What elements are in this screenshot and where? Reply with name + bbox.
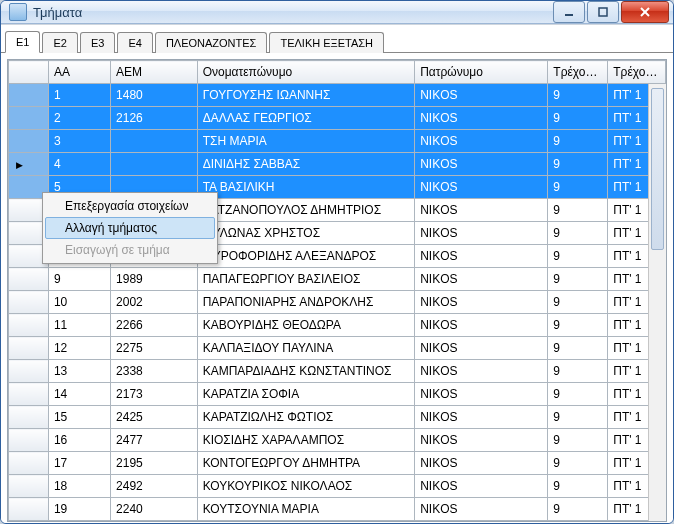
cell-name[interactable]: ΠΑΠΑΓΕΩΡΓΙΟΥ ΒΑΣΙΛΕΙΟΣ bbox=[197, 268, 415, 291]
cell-sem[interactable]: 9 bbox=[548, 475, 608, 498]
cell-sem[interactable]: 9 bbox=[548, 176, 608, 199]
cell-name[interactable]: ΚΑΒΟΥΡΙΔΗΣ ΘΕΟΔΩΡΑ bbox=[197, 314, 415, 337]
cell-patr[interactable]: NIKOS bbox=[415, 337, 548, 360]
row-header[interactable] bbox=[9, 498, 49, 521]
cell-patr[interactable]: NIKOS bbox=[415, 153, 548, 176]
row-header[interactable] bbox=[9, 406, 49, 429]
cell-patr[interactable]: NIKOS bbox=[415, 314, 548, 337]
cell-aa[interactable]: 12 bbox=[48, 337, 110, 360]
cell-patr[interactable]: NIKOS bbox=[415, 176, 548, 199]
cell-patr[interactable]: NIKOS bbox=[415, 291, 548, 314]
table-row[interactable]: 142173ΚΑΡΑΤΖΙΑ ΣΟΦΙΑNIKOS9ΠΤ' 1 bbox=[9, 383, 666, 406]
cell-aem[interactable]: 2240 bbox=[111, 498, 198, 521]
row-header-column[interactable] bbox=[9, 61, 49, 84]
cell-aa[interactable]: 10 bbox=[48, 291, 110, 314]
cell-sem[interactable]: 9 bbox=[548, 245, 608, 268]
cell-aem[interactable]: 2173 bbox=[111, 383, 198, 406]
row-header[interactable] bbox=[9, 452, 49, 475]
cell-name[interactable]: ΤΑ ΒΑΣΙΛΙΚΗ bbox=[197, 176, 415, 199]
row-header[interactable] bbox=[9, 84, 49, 107]
cell-name[interactable]: ΠΑΡΑΠΟΝΙΑΡΗΣ ΑΝΔΡΟΚΛΗΣ bbox=[197, 291, 415, 314]
cell-aem[interactable]: 2126 bbox=[111, 107, 198, 130]
cell-sem[interactable]: 9 bbox=[548, 360, 608, 383]
cell-name[interactable]: ΚΟΥΤΣΟΥΝΙΑ ΜΑΡΙΑ bbox=[197, 498, 415, 521]
cell-aa[interactable]: 15 bbox=[48, 406, 110, 429]
cell-patr[interactable]: NIKOS bbox=[415, 84, 548, 107]
cell-sem[interactable]: 9 bbox=[548, 452, 608, 475]
cell-aa[interactable]: 19 bbox=[48, 498, 110, 521]
cell-name[interactable]: ΜΥΡΟΦΟΡΙΔΗΣ ΑΛΕΞΑΝΔΡΟΣ bbox=[197, 245, 415, 268]
cell-aem[interactable]: 1989 bbox=[111, 268, 198, 291]
col-aa[interactable]: ΑΑ bbox=[48, 61, 110, 84]
cell-aa[interactable]: 2 bbox=[48, 107, 110, 130]
row-header[interactable] bbox=[9, 429, 49, 452]
table-row[interactable]: 152425ΚΑΡΑΤΖΙΩΛΗΣ ΦΩΤΙΟΣNIKOS9ΠΤ' 1 bbox=[9, 406, 666, 429]
cell-aa[interactable]: 14 bbox=[48, 383, 110, 406]
cell-name[interactable]: ΚΑΡΑΤΖΙΩΛΗΣ ΦΩΤΙΟΣ bbox=[197, 406, 415, 429]
table-row[interactable]: 122275ΚΑΛΠΑΞΙΔΟΥ ΠΑΥΛΙΝΑNIKOS9ΠΤ' 1 bbox=[9, 337, 666, 360]
col-semester[interactable]: Τρέχον εξάμηνο bbox=[548, 61, 608, 84]
cell-patr[interactable]: NIKOS bbox=[415, 222, 548, 245]
cell-name[interactable]: ΔΑΛΛΑΣ ΓΕΩΡΓΙΟΣ bbox=[197, 107, 415, 130]
table-row[interactable]: 102002ΠΑΡΑΠΟΝΙΑΡΗΣ ΑΝΔΡΟΚΛΗΣNIKOS9ΠΤ' 1 bbox=[9, 291, 666, 314]
cell-patr[interactable]: NIKOS bbox=[415, 268, 548, 291]
col-semester-label[interactable]: Τρέχον εξάμηνο bbox=[608, 61, 666, 84]
table-row[interactable]: 192240ΚΟΥΤΣΟΥΝΙΑ ΜΑΡΙΑNIKOS9ΠΤ' 1 bbox=[9, 498, 666, 521]
cell-aem[interactable]: 2275 bbox=[111, 337, 198, 360]
cell-sem[interactable]: 9 bbox=[548, 268, 608, 291]
data-grid[interactable]: ΑΑ ΑΕΜ Ονοματεπώνυμο Πατρώνυμο Τρέχον εξ… bbox=[7, 59, 667, 522]
cell-patr[interactable]: NIKOS bbox=[415, 429, 548, 452]
cell-sem[interactable]: 9 bbox=[548, 153, 608, 176]
row-header[interactable] bbox=[9, 337, 49, 360]
cell-patr[interactable]: NIKOS bbox=[415, 245, 548, 268]
scrollbar-thumb[interactable] bbox=[651, 88, 664, 250]
cell-sem[interactable]: 9 bbox=[548, 199, 608, 222]
cell-sem[interactable]: 9 bbox=[548, 406, 608, 429]
row-header[interactable] bbox=[9, 383, 49, 406]
cell-aa[interactable]: 16 bbox=[48, 429, 110, 452]
tab-Ε1[interactable]: Ε1 bbox=[5, 31, 40, 53]
cell-name[interactable]: ΔΙΝΙΔΗΣ ΣΑΒΒΑΣ bbox=[197, 153, 415, 176]
cell-aa[interactable]: 1 bbox=[48, 84, 110, 107]
cell-patr[interactable]: NIKOS bbox=[415, 107, 548, 130]
row-header[interactable] bbox=[9, 360, 49, 383]
menu-item[interactable]: Επεξεργασία στοιχείων bbox=[45, 195, 215, 217]
table-row[interactable]: 162477ΚΙΟΣΙΔΗΣ ΧΑΡΑΛΑΜΠΟΣNIKOS9ΠΤ' 1 bbox=[9, 429, 666, 452]
table-row[interactable]: 132338ΚΑΜΠΑΡΔΙΑΔΗΣ ΚΩΝΣΤΑΝΤΙΝΟΣNIKOS9ΠΤ'… bbox=[9, 360, 666, 383]
cell-aa[interactable]: 4 bbox=[48, 153, 110, 176]
cell-aa[interactable]: 18 bbox=[48, 475, 110, 498]
cell-patr[interactable]: NIKOS bbox=[415, 452, 548, 475]
cell-aem[interactable] bbox=[111, 130, 198, 153]
table-row[interactable]: 91989ΠΑΠΑΓΕΩΡΓΙΟΥ ΒΑΣΙΛΕΙΟΣNIKOS9ΠΤ' 1 bbox=[9, 268, 666, 291]
cell-name[interactable]: ΤΣΗ ΜΑΡΙΑ bbox=[197, 130, 415, 153]
row-header[interactable] bbox=[9, 130, 49, 153]
cell-aa[interactable]: 11 bbox=[48, 314, 110, 337]
cell-aem[interactable]: 2338 bbox=[111, 360, 198, 383]
cell-sem[interactable]: 9 bbox=[548, 130, 608, 153]
cell-patr[interactable]: NIKOS bbox=[415, 498, 548, 521]
cell-aem[interactable]: 2425 bbox=[111, 406, 198, 429]
cell-name[interactable]: ΚΟΥΚΟΥΡΙΚΟΣ ΝΙΚΟΛΑΟΣ bbox=[197, 475, 415, 498]
cell-name[interactable]: ΚΟΝΤΟΓΕΩΡΓΟΥ ΔΗΜΗΤΡΑ bbox=[197, 452, 415, 475]
cell-sem[interactable]: 9 bbox=[548, 383, 608, 406]
cell-aem[interactable] bbox=[111, 153, 198, 176]
cell-sem[interactable]: 9 bbox=[548, 84, 608, 107]
cell-aem[interactable]: 2002 bbox=[111, 291, 198, 314]
cell-aa[interactable]: 3 bbox=[48, 130, 110, 153]
cell-sem[interactable]: 9 bbox=[548, 107, 608, 130]
cell-name[interactable]: ΚΑΤΖΑΝΟΠΟΥΛΟΣ ΔΗΜΗΤΡΙΟΣ bbox=[197, 199, 415, 222]
cell-sem[interactable]: 9 bbox=[548, 222, 608, 245]
cell-patr[interactable]: NIKOS bbox=[415, 475, 548, 498]
row-header[interactable] bbox=[9, 107, 49, 130]
close-button[interactable] bbox=[621, 1, 669, 23]
cell-name[interactable]: ΓΟΥΓΟΥΣΗΣ ΙΩΑΝΝΗΣ bbox=[197, 84, 415, 107]
cell-aem[interactable]: 2266 bbox=[111, 314, 198, 337]
cell-aa[interactable]: 9 bbox=[48, 268, 110, 291]
cell-patr[interactable]: NIKOS bbox=[415, 406, 548, 429]
titlebar[interactable]: Τμήματα bbox=[1, 1, 673, 24]
cell-sem[interactable]: 9 bbox=[548, 291, 608, 314]
col-patr[interactable]: Πατρώνυμο bbox=[415, 61, 548, 84]
col-name[interactable]: Ονοματεπώνυμο bbox=[197, 61, 415, 84]
table-row[interactable]: 11480ΓΟΥΓΟΥΣΗΣ ΙΩΑΝΝΗΣNIKOS9ΠΤ' 1 bbox=[9, 84, 666, 107]
cell-name[interactable]: ΚΑΡΑΤΖΙΑ ΣΟΦΙΑ bbox=[197, 383, 415, 406]
